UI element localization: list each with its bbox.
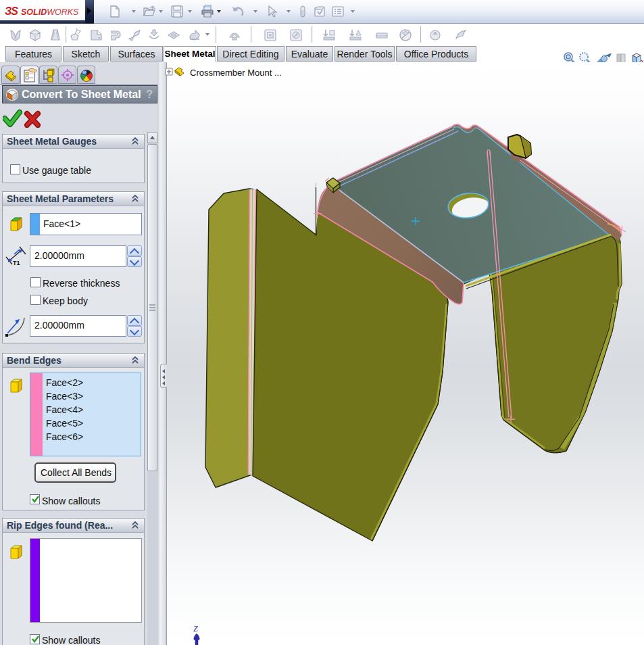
svg-text:T1: T1 bbox=[13, 260, 20, 266]
